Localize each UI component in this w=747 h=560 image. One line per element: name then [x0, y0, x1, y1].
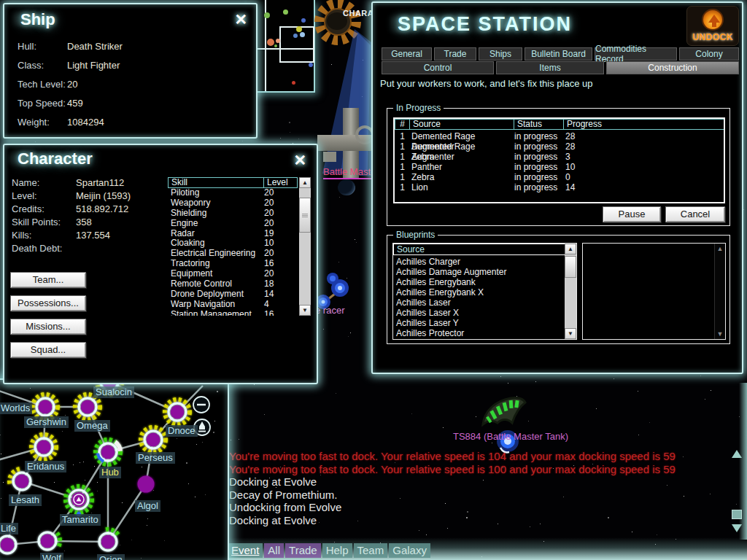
map-node-algol[interactable]: [138, 476, 155, 493]
scroll-down-icon[interactable]: ▼: [299, 305, 311, 316]
chat-message: You're moving too fast to dock. Your rel…: [229, 463, 734, 476]
construction-subtitle: Put your workers to work, and let's fix …: [380, 78, 593, 89]
chat-scrollbar[interactable]: [731, 450, 743, 534]
galaxy-map-window: Worlds Sualocin Gershwin Omega Dnoce Eri…: [0, 378, 229, 560]
in-progress-row[interactable]: 1 Demented Rage Augmenter in progress 28: [395, 141, 724, 152]
pause-button[interactable]: Pause: [603, 206, 661, 222]
blueprint-item[interactable]: Achilles Protector: [393, 328, 565, 338]
blueprint-item[interactable]: Achilles Charger: [393, 257, 565, 267]
close-icon[interactable]: ✕: [293, 152, 306, 168]
skill-row: Station Management 16: [168, 310, 299, 316]
chat-tab-all[interactable]: All: [264, 543, 284, 558]
in-progress-row[interactable]: 1 Lion in progress 14: [395, 182, 724, 192]
tab-commodities-record[interactable]: Commodities Record: [595, 47, 677, 61]
scroll-down-icon[interactable]: ▼: [565, 328, 576, 339]
in-progress-row[interactable]: 1 Zebra in progress 0: [395, 172, 724, 182]
window-title: SPACE STATION: [398, 13, 572, 36]
team-button[interactable]: Team...: [10, 272, 86, 288]
in-progress-rows: 1 Demented Rage Augmenter in progress 28…: [395, 130, 724, 192]
blueprint-item[interactable]: Achilles Laser: [393, 298, 565, 308]
scroll-up-icon[interactable]: [732, 450, 742, 458]
chat-log: You're moving too fast to dock. Your rel…: [229, 450, 734, 527]
station-tab-row-1: General Trade Ships Bulletin Board Commo…: [382, 47, 739, 61]
chat-message: Undocking from Evolve: [229, 501, 734, 514]
scroll-down-icon[interactable]: [732, 524, 742, 532]
detail-scrollbar[interactable]: ▲ ▼: [714, 244, 725, 339]
tab-trade[interactable]: Trade: [434, 47, 476, 61]
cancel-button[interactable]: Cancel: [665, 206, 725, 222]
racer-label: e racer: [315, 305, 344, 316]
undock-arrow-icon: [702, 9, 724, 31]
scroll-up-icon[interactable]: ▲: [299, 177, 311, 188]
scrollbar-thumb[interactable]: [732, 510, 742, 519]
in-progress-row[interactable]: 1 Demented Rage Augmenter in progress 28: [395, 131, 724, 141]
map-zoom-out-button[interactable]: [193, 397, 209, 413]
in-progress-row[interactable]: 1 Panther in progress 10: [395, 162, 724, 172]
col-status: Status: [514, 119, 564, 130]
scroll-up-icon[interactable]: ▲: [715, 245, 725, 252]
map-node-life[interactable]: [0, 536, 16, 553]
minimap-title-label: CHARA: [343, 9, 374, 18]
blueprints-list: Source Achilles Charger Achilles Damage …: [392, 243, 577, 340]
squad-button[interactable]: Squad...: [10, 342, 86, 358]
scroll-up-icon[interactable]: ▲: [565, 244, 576, 254]
map-label-sualocin: Sualocin: [93, 386, 134, 398]
chat-tab-trade[interactable]: Trade: [285, 543, 321, 558]
scrollbar-thumb[interactable]: [565, 256, 576, 278]
blueprints-scrollbar[interactable]: ▲ ▼: [565, 244, 576, 339]
skills-header-skill: Skill: [168, 177, 264, 188]
tab-ships[interactable]: Ships: [479, 47, 522, 61]
blueprints-section: Blueprints Source Achilles Charger Achil…: [387, 235, 730, 344]
chat-tab-help[interactable]: Help: [322, 543, 352, 558]
skill-row: Electrical Engineering 20: [168, 249, 299, 259]
possessions-button[interactable]: Possessions...: [10, 295, 86, 311]
chat-tab-bar: EventAllTradeHelpTeamGalaxy: [228, 543, 432, 558]
map-label-tamarito: Tamarito: [60, 514, 101, 526]
in-progress-table: # Source Status Progress 1 Demented Rage…: [393, 117, 725, 203]
blueprint-item[interactable]: Achilles Energybank X: [393, 287, 565, 298]
tab-items[interactable]: Items: [496, 61, 604, 74]
missions-button[interactable]: Missions...: [10, 319, 86, 335]
tab-bulletin-board[interactable]: Bulletin Board: [525, 47, 592, 61]
blueprint-detail-panel: ▲ ▼: [582, 243, 726, 340]
undock-label: UNDOCK: [687, 32, 738, 42]
map-label-eridanus: Eridanus: [25, 461, 66, 472]
col-source: Source: [409, 119, 514, 130]
map-label-perseus: Perseus: [136, 452, 175, 464]
in-progress-row[interactable]: 1 Zebra in progress 3: [395, 152, 724, 162]
map-node-gershwin[interactable]: [33, 394, 58, 419]
skills-rows: Piloting 20 Weaponry 20 Shielding 20 Eng…: [168, 188, 299, 316]
map-node-eridanus[interactable]: [31, 435, 56, 459]
tab-construction[interactable]: Construction: [606, 61, 739, 74]
chat-tab-galaxy[interactable]: Galaxy: [389, 543, 430, 558]
blueprint-item[interactable]: Achilles Energybank: [393, 277, 565, 287]
map-label-worlds: Worlds: [0, 402, 32, 414]
blueprints-legend: Blueprints: [393, 230, 438, 240]
scroll-down-icon[interactable]: ▼: [715, 330, 725, 338]
space-station-window: SPACE STATION UNDOCK General Trade Ships…: [371, 1, 743, 374]
blueprint-item[interactable]: Achilles Damage Augmenter: [393, 267, 565, 277]
tab-control[interactable]: Control: [382, 61, 494, 74]
in-progress-section: In Progress # Source Status Progress 1 D…: [387, 108, 730, 226]
crescent-moon-sprite: [338, 179, 355, 195]
skills-scrollbar[interactable]: ▲ ▼: [299, 177, 311, 316]
chat-tab-event[interactable]: Event: [228, 543, 263, 558]
blueprints-items: Achilles Charger Achilles Damage Augment…: [393, 255, 565, 338]
skill-row: Shielding 20: [168, 209, 299, 219]
blueprint-item[interactable]: Achilles Laser X: [393, 308, 565, 318]
scrollbar-thumb[interactable]: [299, 198, 311, 233]
map-label-dnoce: Dnoce: [166, 425, 198, 437]
tab-general[interactable]: General: [382, 47, 432, 61]
blueprint-item[interactable]: Achilles Laser Y: [393, 318, 565, 328]
in-progress-legend: In Progress: [393, 103, 444, 113]
undock-button[interactable]: UNDOCK: [686, 6, 739, 46]
map-label-algol: Algol: [135, 500, 160, 512]
map-label-gershwin: Gershwin: [24, 416, 69, 428]
skills-header-level: Level: [263, 177, 298, 188]
skill-row: Drone Deployment 14: [168, 289, 299, 300]
col-progress: Progress: [563, 119, 724, 130]
tab-colony[interactable]: Colony: [679, 47, 739, 61]
map-label-hub: Hub: [99, 467, 121, 478]
chat-tab-team[interactable]: Team: [354, 543, 388, 558]
chat-message: You're moving too fast to dock. Your rel…: [229, 450, 734, 463]
